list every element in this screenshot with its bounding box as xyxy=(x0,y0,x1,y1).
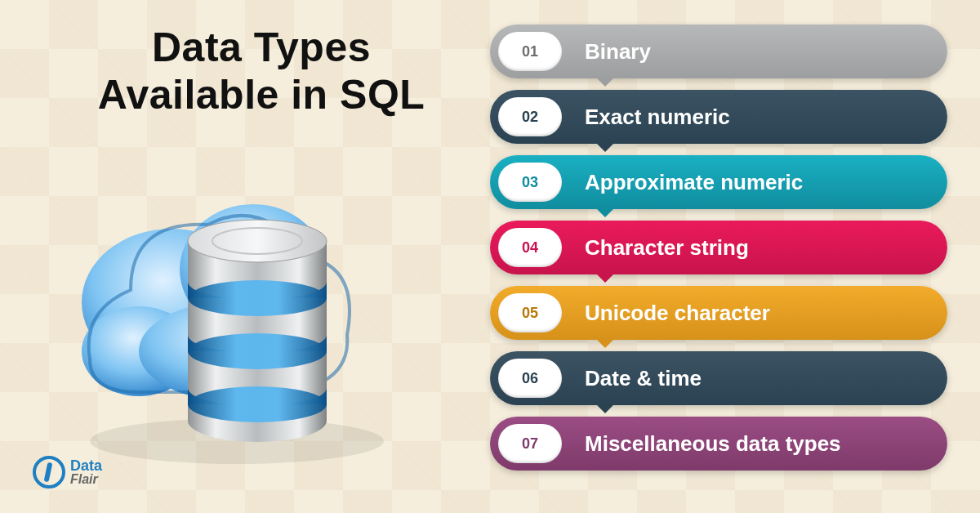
list-item: 04 Character string xyxy=(490,221,947,274)
datatype-list: 01 Binary 02 Exact numeric 03 Approximat… xyxy=(490,25,947,471)
item-label: Date & time xyxy=(585,366,702,391)
svg-point-12 xyxy=(188,333,327,369)
list-item: 01 Binary xyxy=(490,25,947,78)
title-line-1: Data Types xyxy=(152,25,371,70)
item-number: 06 xyxy=(498,359,562,398)
logo-word-bottom: Flair xyxy=(70,473,102,486)
list-item: 03 Approximate numeric xyxy=(490,155,947,209)
svg-point-9 xyxy=(188,280,327,316)
list-item: 06 Date & time xyxy=(490,351,947,405)
cloud-database-illustration xyxy=(65,147,408,474)
list-item: 07 Miscellaneous data types xyxy=(490,417,947,471)
database-icon xyxy=(188,220,327,442)
svg-point-15 xyxy=(188,386,327,422)
item-label: Binary xyxy=(585,39,651,65)
svg-point-16 xyxy=(188,220,327,262)
brand-logo: Data Flair xyxy=(33,456,102,488)
list-item: 05 Unicode character xyxy=(490,286,947,340)
item-label: Approximate numeric xyxy=(585,170,803,195)
list-item: 02 Exact numeric xyxy=(490,90,947,144)
item-number: 07 xyxy=(498,424,562,463)
logo-text: Data Flair xyxy=(70,458,102,486)
item-label: Miscellaneous data types xyxy=(585,431,841,457)
infographic-canvas: Data Types Available in SQL xyxy=(0,0,980,513)
item-number: 01 xyxy=(498,32,562,71)
item-number: 02 xyxy=(498,97,562,136)
title-line-2: Available in SQL xyxy=(98,72,425,118)
item-number: 05 xyxy=(498,293,562,332)
item-label: Exact numeric xyxy=(585,105,730,130)
item-label: Unicode character xyxy=(585,301,770,326)
item-number: 03 xyxy=(498,163,562,202)
item-number: 04 xyxy=(498,228,562,267)
page-title: Data Types Available in SQL xyxy=(49,25,474,118)
logo-icon xyxy=(33,456,65,488)
item-label: Character string xyxy=(585,235,749,261)
logo-word-top: Data xyxy=(70,458,102,473)
